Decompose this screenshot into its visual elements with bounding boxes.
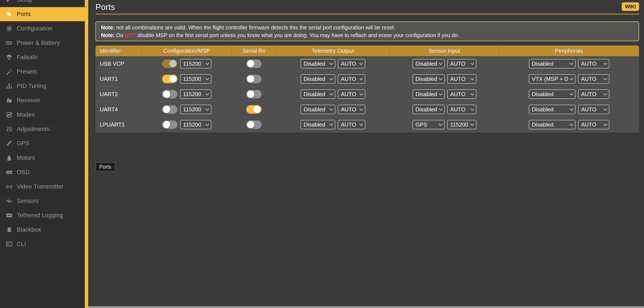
msp-toggle[interactable] — [162, 59, 178, 68]
peripherals-baud-select[interactable]: AUTO — [578, 105, 609, 114]
note-highlight-not: NOT — [124, 32, 136, 38]
port-row-uart4: UART4115200DisabledAUTODisabledAUTODisab… — [96, 102, 639, 117]
sidebar-item-label: Setup — [17, 0, 32, 3]
msp-baud-select[interactable]: 115200 — [180, 120, 211, 129]
sidebar-item-motors[interactable]: Motors — [0, 150, 85, 165]
sidebar-item-receiver[interactable]: Receiver — [0, 93, 85, 107]
sidebar-item-gps[interactable]: GPS — [0, 136, 85, 150]
serial-rx-toggle[interactable] — [246, 105, 262, 114]
telemetry-baud-select[interactable]: AUTO — [338, 59, 365, 68]
motor-icon — [6, 154, 13, 162]
sidebar-item-power-battery[interactable]: Power & Battery — [0, 36, 85, 50]
sensor-baud-select[interactable]: 115200 — [447, 120, 476, 129]
serial-rx-cell — [232, 56, 276, 71]
peripherals-function-select[interactable]: VTX (MSP + D — [529, 74, 576, 84]
chevron-down-icon — [206, 61, 209, 65]
peripherals-function-select[interactable]: Disabled — [529, 120, 576, 129]
peripherals-function-select[interactable]: Disabled — [529, 105, 576, 114]
msp-baud-select[interactable]: 115200 — [180, 59, 211, 68]
sidebar-item-configuration[interactable]: Configuration — [0, 21, 85, 36]
serial-rx-toggle[interactable] — [246, 120, 262, 129]
sidebar-item-modes[interactable]: Modes — [0, 107, 85, 122]
port-row-uart2: UART2115200DisabledAUTODisabledAUTODisab… — [96, 87, 639, 102]
telemetry-function-select[interactable]: Disabled — [300, 59, 335, 68]
chevron-down-icon — [604, 122, 607, 126]
sensor-function-select[interactable]: Disabled — [412, 74, 445, 84]
wiki-button[interactable]: WIKI — [622, 2, 639, 11]
serial-rx-toggle[interactable] — [246, 59, 262, 68]
telemetry-baud-select[interactable]: AUTO — [338, 105, 365, 114]
telemetry-baud-select[interactable]: AUTO — [338, 74, 365, 84]
sidebar-item-blackbox[interactable]: Blackbox — [0, 222, 85, 237]
sidebar-item-osd[interactable]: OSDOSD — [0, 165, 85, 179]
telemetry-function-select[interactable]: Disabled — [300, 74, 335, 84]
sidebar-item-presets[interactable]: Presets — [0, 64, 85, 79]
peripherals-baud-select-value: AUTO — [581, 91, 596, 98]
sidebar-item-label: Configuration — [17, 25, 52, 32]
sidebar-item-cli[interactable]: CLI — [0, 237, 85, 251]
chevron-down-icon — [330, 107, 333, 111]
msp-baud-select-value: 115200 — [183, 91, 201, 98]
sensor-function-select[interactable]: Disabled — [412, 105, 445, 114]
sensor-baud-select[interactable]: AUTO — [447, 59, 476, 68]
telemetry-baud-select-value: AUTO — [341, 121, 356, 128]
sidebar-item-adjustments[interactable]: Adjustments — [0, 122, 85, 136]
peripherals-function-select[interactable]: Disabled — [529, 89, 576, 99]
sidebar-item-tethered-logging[interactable]: Tethered Logging — [0, 208, 85, 222]
msp-toggle[interactable] — [162, 105, 178, 114]
msp-baud-select[interactable]: 115200 — [180, 89, 211, 99]
msp-toggle[interactable] — [162, 75, 178, 83]
peripherals-cell: VTX (MSP + DAUTO — [499, 71, 639, 86]
telemetry-baud-select[interactable]: AUTO — [338, 120, 365, 129]
chevron-down-icon — [604, 92, 607, 95]
peripherals-baud-select[interactable]: AUTO — [578, 59, 609, 68]
sensor-baud-select[interactable]: AUTO — [447, 74, 476, 84]
sensor-function-select-value: GPS — [416, 121, 427, 128]
sidebar-item-label: Failsafe — [17, 54, 38, 61]
chevron-down-icon — [470, 107, 474, 111]
horizontal-scrollbar[interactable] — [88, 306, 644, 308]
msp-baud-select[interactable]: 115200 — [180, 105, 211, 114]
sensor-input-cell: GPS115200 — [390, 117, 499, 132]
serial-rx-toggle[interactable] — [246, 90, 262, 98]
sensor-baud-select[interactable]: AUTO — [447, 89, 476, 99]
note-text: not all combinations are valid. When the… — [115, 25, 395, 31]
msp-toggle[interactable] — [162, 90, 178, 98]
peripherals-function-select[interactable]: Disabled — [529, 59, 576, 68]
sensor-input-cell: DisabledAUTO — [390, 56, 499, 71]
peripherals-baud-select-value: AUTO — [581, 61, 596, 67]
note-prefix: Note: — [101, 25, 115, 31]
chevron-down-icon — [570, 122, 573, 126]
msp-baud-select[interactable]: 115200 — [180, 74, 211, 84]
msp-toggle[interactable] — [162, 120, 178, 129]
peripherals-baud-select[interactable]: AUTO — [578, 74, 609, 84]
peripherals-baud-select[interactable]: AUTO — [578, 120, 609, 129]
sidebar-item-label: Power & Battery — [17, 40, 60, 46]
sidebar-item-ports[interactable]: Ports — [0, 7, 88, 21]
sidebar-item-failsafe[interactable]: Failsafe — [0, 50, 85, 64]
telemetry-function-select[interactable]: Disabled — [300, 89, 335, 99]
port-identifier: UART4 — [96, 102, 142, 117]
peripherals-baud-select[interactable]: AUTO — [578, 89, 609, 99]
sidebar-item-sensors[interactable]: Sensors — [0, 194, 85, 208]
sidebar-item-pid-tuning[interactable]: PID Tuning — [0, 79, 85, 93]
sensor-baud-select-value: AUTO — [450, 76, 466, 82]
sidebar-item-setup[interactable]: Setup — [0, 0, 85, 7]
telemetry-function-select[interactable]: Disabled — [300, 105, 335, 114]
sensor-function-select[interactable]: GPS — [412, 120, 445, 129]
sidebar-item-video-transmitter[interactable]: Video Transmitter — [0, 179, 85, 194]
telemetry-function-select-value: Disabled — [304, 61, 325, 67]
msp-baud-select-value: 115200 — [183, 121, 201, 128]
sensor-function-select[interactable]: Disabled — [412, 89, 445, 99]
sensor-baud-select[interactable]: AUTO — [447, 105, 476, 114]
sensor-function-select[interactable]: Disabled — [412, 59, 445, 68]
chevron-down-icon — [206, 107, 209, 111]
chevron-down-icon — [206, 122, 209, 126]
telemetry-baud-select-value: AUTO — [341, 61, 356, 67]
telemetry-baud-select[interactable]: AUTO — [338, 89, 365, 99]
chevron-down-icon — [570, 61, 573, 65]
plug-icon — [6, 11, 13, 18]
serial-rx-toggle[interactable] — [246, 75, 262, 83]
note-text: disable MSP on the first serial port unl… — [136, 32, 459, 38]
telemetry-function-select[interactable]: Disabled — [300, 120, 335, 129]
